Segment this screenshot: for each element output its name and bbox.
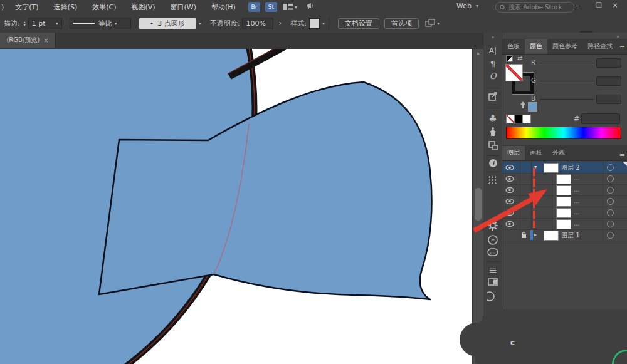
document-setup-button[interactable]: 文档设置	[338, 18, 379, 29]
opacity-more-button[interactable]: ›	[278, 19, 282, 28]
export-panel-icon[interactable]	[483, 91, 502, 103]
watermark-blob	[475, 309, 627, 364]
layer-name[interactable]: ...	[574, 186, 580, 193]
layer-thumbnail[interactable]	[556, 197, 571, 207]
layer-name[interactable]: ...	[574, 209, 580, 216]
green-value-input[interactable]	[596, 76, 621, 86]
none-swatch[interactable]	[506, 115, 515, 123]
assets-panel-icon[interactable]	[483, 127, 502, 138]
width-profile-dropdown[interactable]: 等比 ▾	[70, 18, 131, 29]
tab-artboards[interactable]: 画板	[525, 146, 547, 160]
tab-color-guide[interactable]: 颜色参考	[547, 39, 582, 54]
window-restore-button[interactable]: ❐	[593, 1, 604, 9]
panel-menu-icon[interactable]: ≡	[619, 44, 625, 52]
artboards-panel-icon[interactable]	[483, 141, 502, 152]
hex-value-input[interactable]	[581, 113, 620, 124]
black-swatch[interactable]	[514, 115, 523, 123]
last-color-swatch[interactable]	[528, 102, 537, 112]
stock-button[interactable]: St	[265, 2, 277, 12]
blue-channel-label: B	[531, 95, 535, 102]
layer-name[interactable]: ...	[574, 197, 580, 204]
layer-row-selected[interactable]: ▾ 图层 2	[502, 162, 627, 174]
menu-effect[interactable]: 效果(C)	[85, 3, 124, 12]
brush-definition-dropdown[interactable]: • 3 点圆形	[139, 18, 196, 29]
layer-thumbnail[interactable]	[544, 163, 559, 173]
menu-view[interactable]: 视图(V)	[124, 3, 162, 12]
target-circle[interactable]	[607, 198, 614, 205]
graphic-styles-panel-icon[interactable]: ≡	[483, 264, 502, 276]
green-slider[interactable]	[540, 81, 594, 81]
tab-swatches[interactable]: 色板	[502, 39, 525, 54]
menu-window[interactable]: 窗口(W)	[163, 3, 204, 12]
fill-color-swatch[interactable]	[505, 64, 523, 81]
libraries-panel-icon[interactable]: cu	[483, 248, 502, 258]
symbols-panel-icon[interactable]: ♣	[483, 113, 502, 124]
menu-help[interactable]: 帮助(H)	[204, 3, 243, 12]
window-close-button[interactable]: ×	[609, 1, 621, 9]
swap-colors-icon[interactable]: ⇄	[517, 55, 522, 61]
blue-value-input[interactable]	[596, 95, 621, 104]
red-value-input[interactable]	[596, 58, 621, 68]
stroke-stepper[interactable]: ▴▾	[24, 20, 26, 26]
tab-layers[interactable]: 图层	[502, 146, 525, 160]
workspace-switcher[interactable]: Web ▾	[456, 2, 478, 10]
menu-select[interactable]: 选择(S)	[46, 3, 85, 12]
stock-search-input[interactable]: 搜索 Adobe Stock	[495, 2, 574, 13]
color-panel: ⇄ R G B #	[502, 54, 627, 144]
chevron-down-icon[interactable]: ▾	[322, 21, 325, 26]
expand-panels-icon[interactable]: »	[483, 34, 502, 40]
appearance-panel-icon[interactable]	[483, 278, 502, 288]
layer-name[interactable]: 图层 1	[561, 231, 580, 240]
info-panel-icon[interactable]: i	[483, 159, 502, 170]
visibility-eye-icon[interactable]	[505, 164, 514, 172]
scroll-up-icon[interactable]: ▴	[473, 50, 483, 56]
red-slider[interactable]	[540, 63, 594, 63]
style-label: 样式:	[290, 19, 307, 28]
style-swatch[interactable]	[309, 18, 320, 29]
share-button[interactable]	[306, 2, 316, 12]
blue-slider[interactable]	[540, 99, 594, 100]
color-spectrum-bar[interactable]	[506, 127, 621, 139]
opacity-input[interactable]: 100%	[242, 18, 273, 29]
document-tab[interactable]: (RGB/预览) ×	[0, 33, 56, 48]
arrange-documents-button[interactable]: ▾	[283, 3, 297, 11]
target-circle[interactable]	[607, 221, 614, 227]
menu-type[interactable]: 文字(T)	[8, 3, 46, 12]
partial-panel-icon[interactable]	[483, 291, 502, 304]
opentype-panel-icon[interactable]: O	[483, 71, 502, 81]
character-panel-icon[interactable]: A|	[483, 46, 502, 55]
panel-menu-icon[interactable]: ≡	[619, 150, 625, 159]
close-icon[interactable]: ×	[43, 37, 48, 44]
chevron-down-icon: ▾	[115, 21, 117, 26]
target-circle[interactable]	[607, 187, 614, 194]
arrange-documents-button[interactable]: ▾	[425, 19, 440, 28]
layer-name[interactable]: 图层 2	[561, 164, 580, 172]
default-colors-icon[interactable]	[506, 55, 513, 62]
tab-color[interactable]: 颜色	[525, 39, 547, 54]
target-circle[interactable]	[607, 175, 614, 182]
layer-name[interactable]: ...	[574, 220, 580, 227]
layer-thumbnail[interactable]	[556, 219, 571, 229]
layer-thumbnail[interactable]	[556, 185, 571, 195]
last-color-icon[interactable]	[520, 101, 526, 111]
menu-object-partial[interactable]: )	[0, 3, 8, 11]
layer-thumbnail[interactable]	[556, 208, 571, 218]
stroke-width-dropdown[interactable]: 1 pt ▾	[28, 18, 62, 29]
tab-appearance[interactable]: 外观	[547, 146, 570, 160]
target-circle[interactable]	[607, 232, 614, 239]
preferences-button[interactable]: 首选项	[384, 18, 419, 29]
tab-pathfinder[interactable]: 路径查找	[582, 39, 618, 54]
artwork	[0, 49, 472, 364]
target-circle[interactable]	[607, 164, 614, 171]
selection-corner-indicator	[623, 162, 627, 167]
bridge-button[interactable]: Br	[248, 2, 260, 12]
chevron-down-icon[interactable]: ▾	[199, 21, 201, 26]
artboard-canvas[interactable]	[0, 49, 472, 364]
layer-thumbnail[interactable]	[556, 174, 571, 184]
white-swatch[interactable]	[522, 115, 531, 123]
paragraph-panel-icon[interactable]: ¶	[483, 59, 502, 68]
window-minimize-button[interactable]: –	[572, 1, 583, 9]
target-circle[interactable]	[607, 209, 614, 216]
layer-name[interactable]: ...	[574, 175, 580, 182]
creative-cloud-panel-icon[interactable]: ∞	[483, 235, 502, 247]
